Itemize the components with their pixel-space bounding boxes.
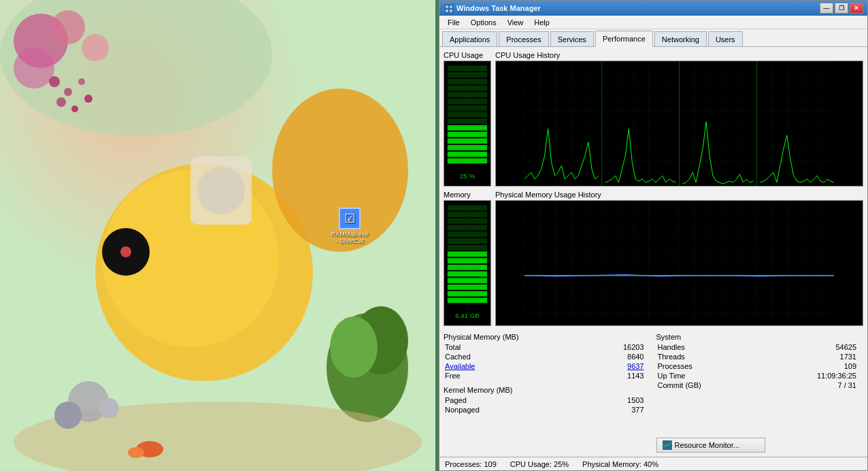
stat-label: Free (444, 371, 554, 380)
menu-help[interactable]: Help (529, 17, 555, 28)
close-button[interactable]: ✕ (850, 3, 863, 14)
menu-view[interactable]: View (502, 17, 529, 28)
svg-rect-73 (448, 252, 487, 257)
resource-monitor-label: Resource Monitor... (675, 441, 739, 449)
svg-rect-80 (448, 206, 487, 211)
shortcut-icon-img: ☑ (339, 208, 361, 229)
menu-file[interactable]: File (442, 17, 465, 28)
svg-point-17 (330, 316, 378, 378)
table-row: Free 1143 (444, 371, 651, 380)
stat-value: 9637 (554, 361, 650, 371)
system-stats-col: System Handles 54625 Threads 1731 Proces… (656, 333, 864, 453)
stat-value: 7 / 31 (758, 380, 863, 390)
svg-point-5 (14, 48, 54, 88)
svg-point-21 (99, 398, 119, 419)
svg-rect-79 (448, 212, 487, 217)
svg-rect-29 (446, 5, 448, 8)
tab-networking[interactable]: Networking (654, 31, 707, 46)
table-row: Handles 54625 (656, 342, 864, 352)
memory-history-section: Physical Memory Usage History (495, 191, 863, 326)
svg-point-9 (56, 97, 66, 107)
svg-point-27 (128, 447, 144, 458)
table-row: Commit (GB) 7 / 31 (656, 380, 864, 390)
svg-rect-46 (448, 112, 487, 118)
memory-section: Memory (444, 191, 491, 326)
cpu-history-label: CPU Usage History (495, 51, 863, 59)
kernel-memory-table: Paged 1503 Nonpaged 377 (444, 395, 651, 415)
svg-rect-76 (448, 231, 487, 237)
top-graphs-row: CPU Usage (444, 51, 863, 186)
tab-services[interactable]: Services (550, 31, 594, 46)
svg-rect-31 (446, 10, 448, 12)
task-manager-window: Windows Task Manager — ❐ ✕ File Options … (439, 0, 868, 471)
table-row: Total 16203 (444, 342, 651, 352)
stat-value: 1143 (554, 371, 650, 380)
svg-rect-48 (448, 99, 487, 104)
resource-monitor-button[interactable]: Resource Monitor... (656, 438, 765, 453)
svg-rect-69 (448, 278, 487, 283)
svg-point-4 (82, 34, 109, 61)
svg-text:25 %: 25 % (460, 172, 475, 180)
stat-value: 1503 (568, 395, 651, 405)
window-icon (444, 3, 453, 13)
kernel-memory-title: Kernel Memory (MB) (444, 386, 651, 394)
stat-value: 11:09:36:25 (758, 371, 863, 380)
svg-rect-68 (448, 285, 487, 290)
svg-rect-77 (448, 225, 487, 231)
stat-value: 377 (568, 405, 651, 415)
table-row: Processes 109 (656, 361, 864, 371)
status-processes: Processes: 109 (445, 460, 497, 468)
svg-rect-45 (448, 118, 487, 124)
tab-performance[interactable]: Performance (595, 31, 653, 47)
tab-processes[interactable]: Processes (499, 31, 548, 46)
status-memory: Physical Memory: 40% (582, 460, 658, 468)
restore-button[interactable]: ❐ (835, 3, 848, 14)
stat-label: Processes (656, 361, 758, 371)
stat-label: Commit (GB) (656, 380, 758, 390)
system-title: System (656, 333, 864, 341)
cpu-usage-section: CPU Usage (444, 51, 491, 186)
stat-label: Handles (656, 342, 758, 352)
svg-point-3 (51, 10, 85, 44)
physical-memory-table: Total 16203 Cached 8640 Available 9637 F… (444, 342, 651, 380)
svg-rect-50 (448, 86, 487, 91)
memory-history-graph (495, 200, 863, 326)
memory-graph: 6.41 GB (444, 200, 491, 326)
menu-options[interactable]: Options (465, 17, 502, 28)
svg-rect-44 (448, 125, 487, 131)
status-bar: Processes: 109 CPU Usage: 25% Physical M… (439, 457, 867, 470)
svg-rect-40 (448, 152, 487, 157)
tab-applications[interactable]: Applications (442, 31, 497, 46)
physical-memory-title: Physical Memory (MB) (444, 333, 651, 341)
desktop: ☑ RAMMap.exe - ShortCut (0, 0, 435, 471)
svg-rect-66 (448, 298, 487, 304)
svg-rect-30 (450, 5, 452, 8)
table-row: Available 9637 (444, 361, 651, 371)
title-bar: Windows Task Manager — ❐ ✕ (439, 1, 867, 16)
minimize-button[interactable]: — (820, 3, 833, 14)
svg-point-8 (78, 78, 85, 85)
svg-rect-74 (448, 245, 487, 250)
shortcut-label: RAMMap.exe - ShortCut (331, 231, 369, 244)
table-row: Threads 1731 (656, 352, 864, 361)
memory-stats-col: Physical Memory (MB) Total 16203 Cached … (444, 333, 651, 453)
desktop-shortcut-icon[interactable]: ☑ RAMMap.exe - ShortCut (328, 208, 371, 244)
svg-rect-43 (448, 132, 487, 137)
svg-rect-78 (448, 218, 487, 224)
table-row: Up Time 11:09:36:25 (656, 371, 864, 380)
window-controls: — ❐ ✕ (820, 3, 863, 14)
svg-rect-71 (448, 265, 487, 270)
stat-label: Paged (444, 395, 568, 405)
stats-section: Physical Memory (MB) Total 16203 Cached … (444, 333, 863, 453)
svg-rect-32 (450, 10, 452, 12)
tab-users[interactable]: Users (708, 31, 743, 46)
table-row: Cached 8640 (444, 352, 651, 361)
svg-point-20 (54, 402, 82, 429)
stat-label: Up Time (656, 371, 758, 380)
stat-value: 54625 (758, 342, 863, 352)
cpu-history-graph (495, 61, 863, 186)
memory-history-label: Physical Memory Usage History (495, 191, 863, 199)
status-cpu: CPU Usage: 25% (510, 460, 569, 468)
performance-content: CPU Usage (439, 47, 867, 457)
svg-point-11 (84, 95, 93, 103)
